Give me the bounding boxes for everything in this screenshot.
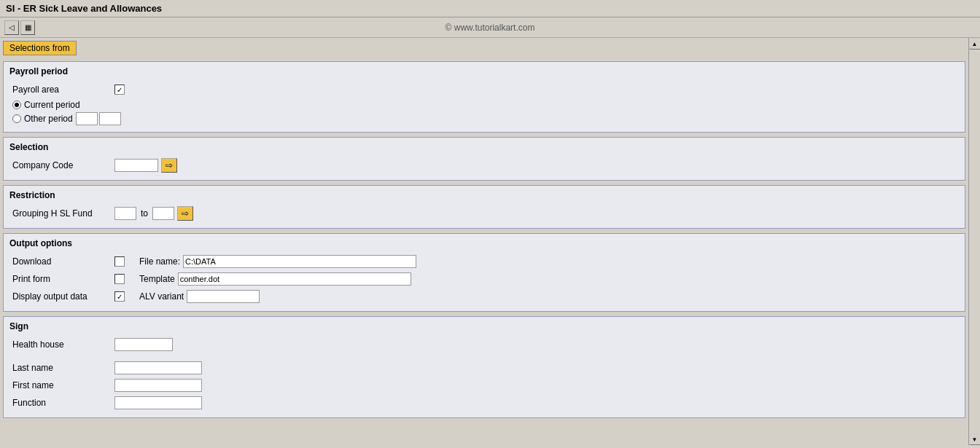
health-house-row: Health house <box>12 337 956 352</box>
scroll-up-button[interactable]: ▲ <box>969 38 981 50</box>
template-label: Template <box>139 274 175 284</box>
download-row: Download File name: <box>12 254 956 269</box>
print-form-checkbox[interactable] <box>114 274 125 284</box>
sign-header: Sign <box>7 320 962 333</box>
file-name-input[interactable] <box>183 255 416 268</box>
selections-from-button[interactable]: Selections from <box>3 41 77 55</box>
function-label: Function <box>12 398 114 408</box>
restriction-section: Restriction Grouping H SL Fund to ⇨ <box>3 185 965 229</box>
company-code-label: Company Code <box>12 160 114 170</box>
health-house-input[interactable] <box>114 338 173 351</box>
back-button[interactable]: ◁ <box>4 20 19 35</box>
first-name-label: First name <box>12 380 114 390</box>
other-period-input1[interactable] <box>76 112 98 125</box>
selection-header: Selection <box>7 141 962 154</box>
payroll-area-checkbox[interactable]: ✓ <box>114 85 125 95</box>
output-options-header: Output options <box>7 237 962 250</box>
print-form-row: Print form Template <box>12 272 956 286</box>
watermark: © www.tutorialkart.com <box>446 23 535 33</box>
title-bar: SI - ER Sick Leave and Allowances <box>0 0 980 17</box>
other-period-row: Other period <box>12 112 956 125</box>
last-name-input[interactable] <box>114 361 202 374</box>
last-name-row: Last name <box>12 361 956 375</box>
company-code-arrow-button[interactable]: ⇨ <box>161 158 177 173</box>
scroll-down-button[interactable]: ▼ <box>969 433 981 445</box>
current-period-label: Current period <box>24 100 80 110</box>
first-name-input[interactable] <box>114 379 202 392</box>
display-output-checkbox[interactable]: ✓ <box>114 291 125 302</box>
grid-button[interactable]: ▦ <box>20 20 35 35</box>
function-row: Function <box>12 396 956 410</box>
payroll-area-row: Payroll area ✓ <box>12 82 956 97</box>
payroll-period-section: Payroll period Payroll area ✓ Current pe… <box>3 61 965 133</box>
last-name-label: Last name <box>12 363 114 373</box>
payroll-period-header: Payroll period <box>7 65 962 78</box>
alv-variant-label: ALV variant <box>139 291 184 302</box>
restriction-header: Restriction <box>7 189 962 202</box>
selection-section: Selection Company Code ⇨ <box>3 137 965 181</box>
health-house-label: Health house <box>12 339 114 350</box>
template-input[interactable] <box>178 272 411 286</box>
other-period-label: Other period <box>24 114 73 124</box>
current-period-row: Current period <box>12 100 956 110</box>
toolbar: ◁ ▦ © www.tutorialkart.com <box>0 17 980 38</box>
company-code-row: Company Code ⇨ <box>12 158 956 173</box>
scrollbar[interactable]: ▲ ▼ <box>968 38 980 445</box>
function-input[interactable] <box>114 396 202 409</box>
display-output-row: Display output data ✓ ALV variant <box>12 289 956 304</box>
sign-section: Sign Health house Last name First name F… <box>3 316 965 418</box>
display-output-label: Display output data <box>12 291 114 302</box>
payroll-area-label: Payroll area <box>12 85 114 95</box>
file-name-label: File name: <box>139 256 180 267</box>
download-checkbox[interactable] <box>114 256 125 267</box>
download-label: Download <box>12 256 114 267</box>
grouping-row: Grouping H SL Fund to ⇨ <box>12 206 956 221</box>
to-label: to <box>141 208 148 219</box>
current-period-radio[interactable] <box>12 101 21 109</box>
alv-variant-input[interactable] <box>187 290 260 303</box>
grouping-label: Grouping H SL Fund <box>12 208 114 219</box>
scroll-area: Selections from Payroll period Payroll a… <box>0 38 968 445</box>
grouping-input[interactable] <box>114 207 136 220</box>
other-period-input2[interactable] <box>99 112 121 125</box>
first-name-row: First name <box>12 378 956 393</box>
grouping-to-input[interactable] <box>152 207 174 220</box>
grouping-arrow-button[interactable]: ⇨ <box>177 206 193 221</box>
company-code-input[interactable] <box>114 159 158 172</box>
other-period-radio[interactable] <box>12 114 21 123</box>
window-title: SI - ER Sick Leave and Allowances <box>6 3 162 14</box>
output-options-section: Output options Download File name: Print… <box>3 233 965 312</box>
print-form-label: Print form <box>12 274 114 284</box>
